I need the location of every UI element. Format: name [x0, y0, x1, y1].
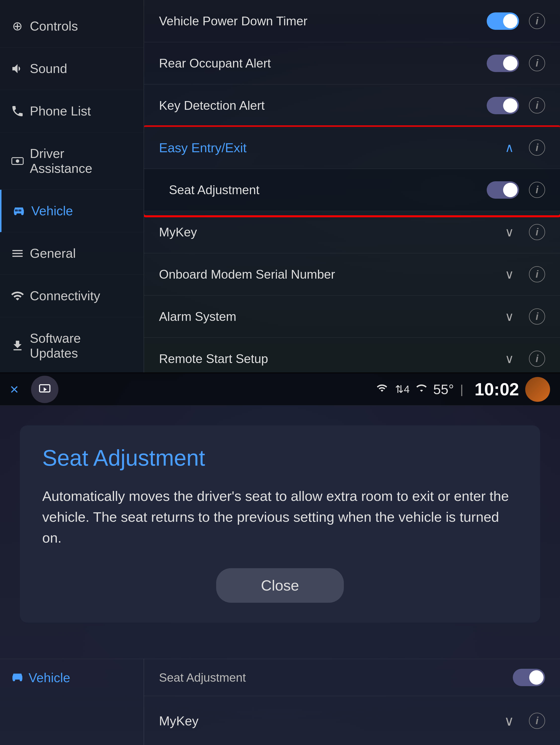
svg-rect-4 [15, 209, 18, 211]
alarm-system-label: Alarm System [159, 310, 505, 324]
onboard-modem-label: Onboard Modem Serial Number [159, 267, 505, 282]
software-updates-icon [10, 338, 25, 353]
remote-start-chevron: ∨ [505, 352, 514, 366]
onboard-modem-info[interactable]: i [529, 266, 545, 282]
sidebar-label-software-updates: Software Updates [30, 331, 81, 361]
seat-adj-bottom-row-wrapper: Vehicle Seat Adjustment [0, 659, 560, 696]
vehicle-icon [11, 203, 26, 218]
close-button-x[interactable]: × [10, 381, 19, 398]
remote-start-row[interactable]: Remote Start Setup ∨ i [144, 338, 560, 372]
key-detection-alert-label: Key Detection Alert [159, 98, 487, 113]
status-bar-right: ⇅4 55° | 10:02 [375, 377, 550, 402]
mykey-label: MyKey [159, 225, 505, 239]
status-bar-left: × [10, 376, 58, 403]
info-modal-overlay: Seat Adjustment Automatically moves the … [0, 406, 560, 745]
alarm-system-row[interactable]: Alarm System ∨ i [144, 295, 560, 338]
temperature-display: 55° [433, 382, 454, 397]
separator: | [460, 382, 463, 397]
signal-icon [416, 382, 427, 396]
remote-start-label: Remote Start Setup [159, 352, 505, 366]
time-display: 10:02 [474, 380, 519, 399]
driver-assistance-icon [10, 154, 25, 168]
seat-adj-bottom-row: Seat Adjustment [144, 659, 560, 696]
key-detection-alert-row: Key Detection Alert i [144, 85, 560, 127]
svg-point-3 [21, 213, 24, 215]
easy-entry-exit-info[interactable]: i [529, 139, 545, 156]
svg-point-7 [13, 679, 15, 681]
alarm-system-info[interactable]: i [529, 309, 545, 325]
user-avatar[interactable] [525, 377, 550, 402]
media-button[interactable] [31, 376, 58, 403]
mykey-bottom-chevron: ∨ [504, 713, 514, 729]
key-detection-alert-toggle[interactable] [487, 97, 519, 114]
sidebar-label-sound: Sound [30, 61, 67, 76]
key-detection-alert-info[interactable]: i [529, 97, 545, 114]
sidebar-label-controls: Controls [30, 19, 78, 34]
remote-start-info[interactable]: i [529, 351, 545, 367]
alarm-system-chevron: ∨ [505, 310, 514, 324]
seat-adj-partial-label: Seat Adjustment [159, 671, 513, 684]
sound-icon [10, 61, 25, 76]
sidebar-label-connectivity: Connectivity [30, 288, 100, 303]
mykey-info[interactable]: i [529, 224, 545, 240]
modal-title: Seat Adjustment [42, 445, 518, 471]
sidebar-item-phone-list[interactable]: Phone List [0, 90, 144, 132]
bottom-panel: × ⇅4 55° | 10:02 Seat Adjustment Automat… [0, 373, 560, 745]
main-settings-content: Vehicle Power Down Timer i Rear Occupant… [144, 0, 560, 372]
vehicle-label-bottom: Vehicle [29, 670, 70, 685]
sidebar-item-controls[interactable]: ⊕ Controls [0, 5, 144, 47]
sidebar-label-vehicle: Vehicle [31, 203, 73, 218]
seat-adjustment-row: Seat Adjustment i [144, 169, 560, 211]
sidebar-item-sound[interactable]: Sound [0, 47, 144, 90]
top-panel: ⊕ Controls Sound Phone List Driver Assis… [0, 0, 560, 372]
info-modal: Seat Adjustment Automatically moves the … [20, 425, 540, 622]
svg-point-2 [14, 213, 17, 215]
controls-icon: ⊕ [10, 19, 25, 34]
bottom-sidebar2 [0, 696, 144, 745]
mykey-bottom-info[interactable]: i [529, 713, 545, 729]
sidebar-item-driver-assistance[interactable]: Driver Assistance [0, 132, 144, 190]
vehicle-icon-bottom [10, 670, 25, 685]
onboard-modem-chevron: ∨ [505, 267, 514, 282]
mykey-row[interactable]: MyKey ∨ i [144, 211, 560, 253]
bottom-settings-rows: Vehicle Seat Adjustment MyKey ∨ i [0, 659, 560, 745]
seat-adjustment-info[interactable]: i [529, 182, 545, 198]
sidebar-label-phone-list: Phone List [30, 103, 91, 119]
sidebar-item-general[interactable]: General [0, 232, 144, 274]
modal-close-button[interactable]: Close [216, 568, 344, 603]
sidebar: ⊕ Controls Sound Phone List Driver Assis… [0, 0, 144, 372]
vehicle-sidebar-bottom: Vehicle [0, 659, 144, 696]
mykey-bottom-row-wrapper: MyKey ∨ i [0, 696, 560, 745]
easy-entry-exit-row[interactable]: Easy Entry/Exit ∧ i [144, 127, 560, 169]
general-icon [10, 246, 25, 261]
sidebar-item-vehicle[interactable]: Vehicle [0, 190, 144, 232]
status-bar: × ⇅4 55° | 10:02 [0, 373, 560, 406]
seat-adjustment-label: Seat Adjustment [169, 183, 487, 197]
sidebar-label-driver-assistance: Driver Assistance [30, 146, 92, 176]
rear-occupant-alert-toggle[interactable] [487, 55, 519, 72]
mykey-chevron: ∨ [505, 225, 514, 239]
sidebar-item-software-updates[interactable]: Software Updates [0, 317, 144, 372]
vehicle-power-down-row: Vehicle Power Down Timer i [144, 0, 560, 42]
mykey-bottom-row[interactable]: MyKey ∨ i [144, 696, 560, 745]
rear-occupant-alert-info[interactable]: i [529, 55, 545, 71]
easy-entry-section: Easy Entry/Exit ∧ i Seat Adjustment i [144, 127, 560, 211]
onboard-modem-row[interactable]: Onboard Modem Serial Number ∨ i [144, 253, 560, 295]
sidebar-item-connectivity[interactable]: Connectivity [0, 274, 144, 317]
mykey-bottom-label: MyKey [159, 713, 504, 728]
seat-adj-bottom-toggle[interactable] [513, 669, 545, 686]
easy-entry-exit-label: Easy Entry/Exit [159, 140, 505, 155]
vehicle-power-down-info[interactable]: i [529, 13, 545, 29]
seat-adjustment-toggle[interactable] [487, 181, 519, 199]
vehicle-power-down-label: Vehicle Power Down Timer [159, 14, 487, 28]
modal-description: Automatically moves the driver's seat to… [42, 486, 518, 548]
svg-rect-5 [19, 209, 21, 211]
sidebar-label-general: General [30, 246, 76, 261]
rear-occupant-alert-label: Rear Occupant Alert [159, 56, 487, 70]
svg-point-1 [15, 159, 19, 163]
phone-icon [10, 103, 25, 119]
vehicle-power-down-toggle[interactable] [487, 12, 519, 30]
rear-occupant-alert-row: Rear Occupant Alert i [144, 42, 560, 85]
easy-entry-chevron-up: ∧ [505, 140, 514, 155]
wifi-icon [375, 382, 389, 396]
